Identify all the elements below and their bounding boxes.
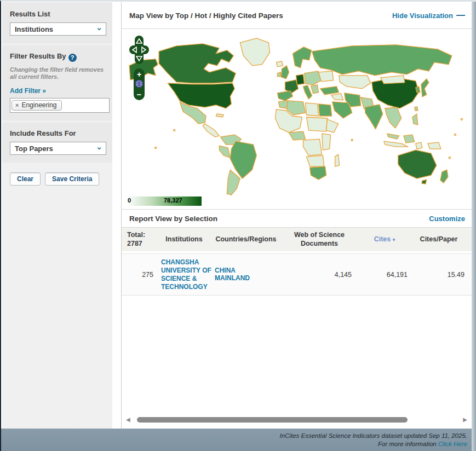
total-count: 2787: [127, 240, 156, 248]
cell-cites-per-paper: 15.49: [410, 271, 468, 279]
report-view-header: Report View by Selection Customize: [122, 210, 473, 228]
scroll-left-icon[interactable]: ◀: [126, 417, 130, 423]
choropleth-countries[interactable]: [129, 38, 463, 195]
help-icon[interactable]: ?: [68, 54, 77, 62]
results-table: Total: 2787 Institutions Countries/Regio…: [122, 228, 473, 296]
cell-top-papers: 275: [127, 271, 156, 279]
world-map[interactable]: [122, 30, 473, 195]
pan-control[interactable]: [129, 36, 149, 64]
map-region: + − 0 78,327: [122, 29, 473, 210]
zoom-out-icon: −: [137, 90, 142, 99]
save-criteria-button[interactable]: Save Criteria: [45, 172, 99, 186]
hide-visualization-link[interactable]: Hide Visualization: [392, 11, 453, 20]
cell-country: CHINA MAINLAND: [213, 267, 279, 282]
main-panel: Map View by Top / Hot / Highly Cited Pap…: [121, 2, 473, 429]
country-link[interactable]: CHINA MAINLAND: [215, 274, 249, 282]
column-header-institutions[interactable]: Institutions: [156, 235, 213, 244]
map-pan-zoom-controls[interactable]: + −: [129, 34, 149, 105]
map-legend: 0 78,327: [127, 196, 202, 206]
report-view-title: Report View by Selection: [129, 215, 217, 223]
sort-desc-icon: ▾: [393, 237, 395, 242]
filter-tag-engineering[interactable]: × Engineering: [12, 100, 62, 111]
column-header-total: Total: 2787: [127, 231, 156, 248]
total-label: Total:: [127, 231, 156, 240]
table-header-row: Total: 2787 Institutions Countries/Regio…: [122, 228, 473, 251]
results-list-value: Institutions: [15, 25, 53, 33]
cites-label: Cites: [374, 235, 391, 243]
results-list-label: Results List: [10, 10, 106, 18]
window-right-edge: [472, 2, 476, 451]
add-filter-link[interactable]: Add Filter »: [10, 87, 46, 95]
horizontal-scrollbar[interactable]: ◀ ▶: [123, 415, 472, 425]
empty-area: [122, 296, 473, 415]
customize-link[interactable]: Customize: [429, 215, 465, 223]
cell-institution: CHANGSHA UNIVERSITY OF SCIENCE & TECHNOL…: [156, 258, 213, 291]
column-header-cites-per-paper[interactable]: Cites/Paper: [410, 235, 468, 244]
filter-label: Filter Results By?: [10, 52, 106, 62]
app-window: Results List Institutions ⌄ Filter Resul…: [0, 0, 476, 451]
column-header-cites[interactable]: Cites ▾: [359, 235, 410, 244]
footer-info-text: For more information: [378, 441, 438, 447]
map-view-header: Map View by Top / Hot / Highly Cited Pap…: [122, 2, 473, 29]
column-header-wos-documents[interactable]: Web of Science Documents: [279, 231, 359, 248]
footer-dataset-note: InCites Essential Science Indicators dat…: [1, 432, 467, 440]
click-here-link[interactable]: Click Here: [438, 441, 467, 447]
filter-tag-label: Engineering: [21, 101, 56, 109]
sidebar: Results List Institutions ⌄ Filter Resul…: [2, 2, 112, 429]
legend-min-value: 0: [128, 197, 131, 204]
scrollbar-thumb[interactable]: [137, 417, 408, 423]
legend-max-value: 78,327: [164, 197, 182, 204]
table-row[interactable]: 275 CHANGSHA UNIVERSITY OF SCIENCE & TEC…: [122, 253, 473, 296]
zoom-control[interactable]: + −: [134, 68, 145, 100]
map-view-title: Map View by Top / Hot / Highly Cited Pap…: [129, 11, 283, 20]
filter-tags-box[interactable]: × Engineering: [10, 98, 110, 113]
results-list-select[interactable]: Institutions ⌄: [10, 22, 106, 36]
chevron-down-icon: ⌄: [96, 25, 102, 30]
include-results-label: Include Results For: [10, 129, 106, 137]
sidebar-buttons: Clear Save Criteria: [2, 165, 112, 186]
scroll-right-icon[interactable]: ▶: [463, 417, 467, 423]
minimize-icon[interactable]: —: [456, 10, 465, 20]
filter-note: Changing the filter field removes all cu…: [10, 66, 106, 82]
cell-wos-documents: 4,145: [279, 271, 359, 279]
cell-cites: 64,191: [359, 271, 410, 279]
country-text: CHINA MAINLAND: [215, 267, 249, 282]
footer: InCites Essential Science Indicators dat…: [1, 429, 472, 451]
filter-label-text: Filter Results By: [10, 52, 66, 60]
column-header-countries[interactable]: Countries/Regions: [213, 235, 279, 244]
footer-info-line: For more information Click Here: [1, 440, 467, 448]
institution-link[interactable]: CHANGSHA UNIVERSITY OF SCIENCE & TECHNOL…: [161, 258, 211, 290]
remove-tag-icon[interactable]: ×: [15, 102, 19, 108]
include-results-section: Include Results For Top Papers ⌄: [2, 123, 112, 163]
filter-section: Filter Results By? Changing the filter f…: [2, 45, 112, 120]
results-list-section: Results List Institutions ⌄: [2, 2, 112, 43]
include-results-value: Top Papers: [15, 144, 53, 153]
chevron-down-icon: ⌄: [96, 144, 102, 149]
clear-button[interactable]: Clear: [10, 172, 41, 186]
zoom-in-icon: +: [137, 70, 141, 79]
include-results-select[interactable]: Top Papers ⌄: [10, 142, 106, 155]
